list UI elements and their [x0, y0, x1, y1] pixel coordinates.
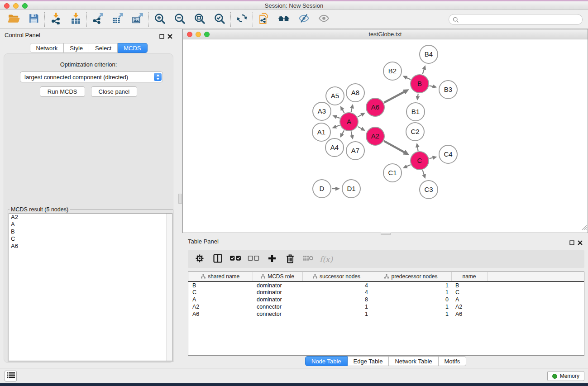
node-table: shared nameMCDS rolesuccessor nodesprede… — [188, 272, 584, 356]
save-session-button[interactable] — [24, 11, 43, 28]
show-all-windows-button[interactable] — [274, 11, 294, 28]
zoom-fit-button[interactable] — [190, 11, 210, 28]
task-history-button[interactable] — [5, 371, 17, 381]
tab-node-table[interactable]: Node Table — [305, 356, 348, 366]
horizontal-split-handle[interactable] — [381, 233, 391, 235]
table-row[interactable]: Cdominator41C — [188, 289, 584, 296]
edge-A-A2[interactable] — [358, 127, 362, 129]
network-window-titlebar[interactable]: testGlobe.txt — [183, 29, 588, 39]
deselect-all-columns-button[interactable] — [248, 253, 260, 266]
table-row[interactable]: A2connector11A2 — [188, 303, 584, 310]
function-builder-button[interactable]: f(x) — [320, 253, 332, 266]
mcds-result-item[interactable]: A6 — [9, 243, 172, 250]
tab-edge-table[interactable]: Edge Table — [348, 356, 389, 366]
clone-network-icon — [258, 12, 270, 26]
table-header-row[interactable]: shared nameMCDS rolesuccessor nodesprede… — [188, 272, 584, 281]
tab-network-table[interactable]: Network Table — [389, 356, 438, 366]
network-graph-canvas[interactable]: B4B2BB3B1A5A8A6A3AA1A2C2A4A7C4CC1C3DD1 — [183, 39, 588, 233]
float-table-panel-icon[interactable] — [569, 239, 574, 247]
tab-select[interactable]: Select — [89, 43, 118, 53]
edge-C-C1[interactable] — [406, 165, 411, 167]
edge-A-A1[interactable] — [336, 125, 340, 127]
table-cell: A2 — [451, 303, 487, 310]
delete-table-button[interactable] — [302, 253, 314, 266]
hide-graphics-details-button[interactable] — [294, 11, 314, 28]
tab-motifs[interactable]: Motifs — [439, 356, 467, 366]
edge-A-A6[interactable] — [358, 114, 362, 117]
edge-A-A5[interactable] — [342, 110, 344, 113]
fx-icon: f(x) — [320, 255, 333, 264]
node-label-B3: B3 — [444, 86, 452, 93]
open-session-button[interactable] — [4, 11, 24, 28]
table-settings-button[interactable] — [193, 253, 206, 266]
mcds-result-item[interactable]: A2 — [9, 214, 172, 221]
zoom-out-button[interactable] — [170, 11, 190, 28]
table-cell: A — [451, 296, 487, 303]
table-row[interactable]: A6connector11A6 — [188, 310, 584, 318]
edge-B-B1[interactable] — [418, 94, 418, 97]
table-cell: connector — [253, 303, 302, 310]
table-cell: A6 — [451, 310, 487, 318]
optimization-criterion-select[interactable]: largest connected component (directed) — [20, 71, 163, 82]
export-table-icon — [112, 12, 124, 26]
mcds-result-list[interactable]: A2ABCA6 — [9, 213, 172, 361]
edge-A-A3[interactable] — [336, 117, 340, 118]
mcds-result-item[interactable]: A — [9, 221, 172, 228]
memory-status-icon — [552, 374, 557, 379]
clone-network-button[interactable] — [254, 11, 274, 28]
run-mcds-button[interactable]: Run MCDS — [40, 86, 85, 97]
search-input[interactable] — [449, 14, 583, 25]
column-header-shared-name[interactable]: shared name — [188, 272, 253, 281]
column-header-successor-nodes[interactable]: successor nodes — [302, 272, 371, 281]
import-network-button[interactable] — [46, 11, 66, 28]
close-panel-button[interactable]: Close panel — [91, 86, 138, 97]
column-header-name[interactable]: name — [451, 272, 487, 281]
window-resize-grip[interactable] — [581, 224, 587, 232]
node-label-B: B — [417, 80, 422, 87]
unchecked-boxes-icon — [248, 254, 260, 264]
export-network-button[interactable] — [88, 11, 108, 28]
edge-A2-C[interactable] — [384, 141, 404, 152]
edge-A-A7[interactable] — [351, 132, 352, 136]
column-header-MCDS-role[interactable]: MCDS role — [253, 272, 302, 281]
float-panel-icon[interactable] — [159, 33, 164, 41]
show-graphics-details-button[interactable] — [314, 11, 334, 28]
mcds-result-item[interactable]: B — [9, 228, 172, 235]
edge-C-C3[interactable] — [423, 170, 424, 175]
add-column-button[interactable] — [266, 253, 278, 266]
export-image-button[interactable] — [128, 11, 148, 28]
list-scrollbar[interactable] — [166, 214, 172, 361]
column-layout-button[interactable] — [211, 253, 224, 266]
edge-B-B3[interactable] — [430, 86, 433, 86]
tab-network[interactable]: Network — [29, 43, 64, 53]
edge-B-B4[interactable] — [423, 69, 425, 75]
delete-column-button[interactable] — [284, 253, 296, 266]
export-table-button[interactable] — [108, 11, 128, 28]
mcds-result-item[interactable]: C — [9, 235, 172, 243]
edge-C-C4[interactable] — [430, 157, 433, 158]
trash-icon — [285, 253, 295, 265]
close-panel-icon[interactable] — [167, 33, 172, 41]
tab-mcds[interactable]: MCDS — [118, 43, 147, 53]
status-bar: Memory — [0, 368, 588, 383]
edge-A-A8[interactable] — [351, 108, 352, 112]
column-header-predecessor-nodes[interactable]: predecessor nodes — [371, 272, 451, 281]
zoom-in-button[interactable] — [150, 11, 170, 28]
import-table-icon — [70, 12, 82, 26]
edge-C-C2[interactable] — [417, 147, 418, 151]
edge-A6-B[interactable] — [384, 92, 404, 103]
refresh-view-button[interactable] — [232, 11, 252, 28]
zoom-selected-button[interactable] — [210, 11, 229, 28]
import-table-button[interactable] — [66, 11, 86, 28]
node-label-A7: A7 — [351, 147, 359, 154]
close-table-panel-icon[interactable] — [578, 239, 583, 247]
select-all-columns-button[interactable] — [229, 253, 242, 266]
edge-A-A4[interactable] — [342, 130, 344, 134]
table-row[interactable]: Adominator80A — [188, 296, 584, 303]
memory-button[interactable]: Memory — [547, 371, 584, 381]
edge-B-B2[interactable] — [406, 77, 411, 79]
table-row[interactable]: Bdominator41B — [188, 281, 584, 289]
tab-style[interactable]: Style — [64, 43, 89, 53]
table-cell: C — [451, 289, 487, 296]
vertical-split-handle[interactable] — [178, 194, 182, 204]
